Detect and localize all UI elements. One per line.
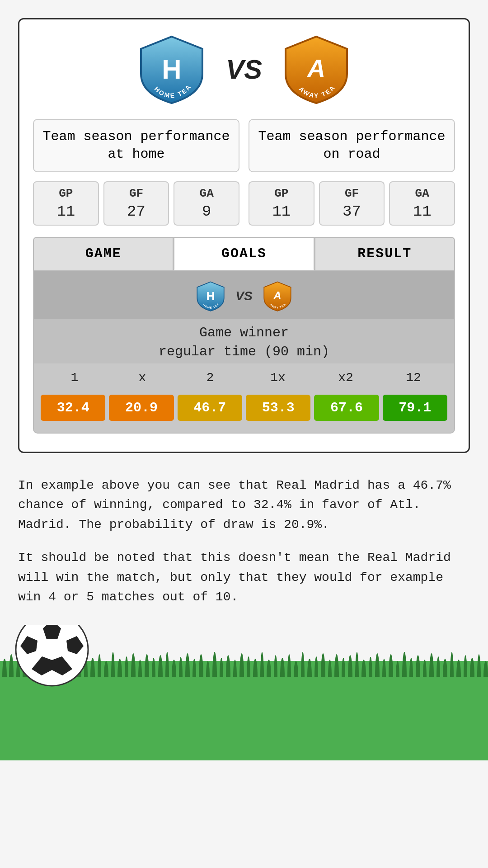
- home-ga-value: 9: [177, 203, 236, 220]
- svg-point-39: [212, 652, 217, 677]
- description: In example above you can see that Real M…: [18, 476, 470, 607]
- game-winner-line1: Game winner: [199, 325, 289, 340]
- svg-point-44: [247, 656, 250, 677]
- home-team-shield: H HOME TEAM: [136, 33, 208, 105]
- svg-point-26: [125, 656, 128, 677]
- svg-point-67: [402, 652, 407, 677]
- svg-point-29: [145, 654, 149, 677]
- svg-point-27: [131, 653, 136, 677]
- tab-game[interactable]: GAME: [33, 237, 174, 270]
- bottom-section: [0, 625, 488, 760]
- home-gf-label: GF: [107, 187, 166, 200]
- svg-point-55: [321, 653, 325, 677]
- svg-point-49: [280, 658, 285, 677]
- svg-point-64: [382, 659, 386, 677]
- svg-point-75: [456, 660, 461, 677]
- home-gp-box: GP 11: [33, 181, 99, 226]
- result-values: 32.420.946.753.367.679.1: [34, 392, 454, 424]
- svg-text:A: A: [306, 54, 325, 82]
- svg-point-42: [233, 660, 237, 677]
- svg-point-36: [192, 659, 196, 677]
- svg-point-76: [464, 655, 467, 677]
- svg-point-56: [328, 660, 332, 677]
- svg-point-38: [206, 661, 210, 677]
- svg-point-47: [267, 660, 271, 677]
- col-header-x2: x2: [312, 367, 380, 388]
- svg-point-69: [416, 655, 420, 677]
- svg-point-70: [423, 660, 427, 677]
- svg-point-62: [369, 657, 372, 677]
- svg-text:H: H: [206, 289, 215, 303]
- svg-point-8: [2, 659, 7, 677]
- away-performance-box: Team season performance on road: [249, 119, 455, 172]
- svg-point-9: [9, 654, 14, 677]
- stats-row: GP 11 GF 27 GA 9 GP 11 GF 37 GA: [33, 181, 455, 226]
- away-gf-label: GF: [322, 187, 382, 200]
- col-header-x: x: [108, 367, 176, 388]
- tab-goals[interactable]: GOALS: [174, 237, 314, 270]
- svg-point-53: [307, 659, 312, 677]
- svg-point-72: [436, 656, 440, 677]
- home-ga-label: GA: [177, 187, 236, 200]
- svg-point-40: [220, 658, 223, 677]
- svg-point-65: [389, 654, 393, 677]
- svg-point-21: [90, 658, 95, 677]
- away-team-shield: A AWAY TEAM: [280, 33, 352, 105]
- away-ga-box: GA 11: [389, 181, 455, 226]
- col-header-1: 1: [41, 367, 108, 388]
- col-header-12: 12: [380, 367, 447, 388]
- svg-point-48: [274, 655, 277, 677]
- home-ga-box: GA 9: [174, 181, 239, 226]
- svg-point-25: [117, 659, 122, 677]
- result-val-4: 67.6: [314, 395, 379, 421]
- svg-point-28: [138, 660, 142, 677]
- svg-point-79: [483, 661, 488, 677]
- away-ga-label: GA: [392, 187, 452, 200]
- tab-row: GAME GOALS RESULT: [33, 237, 455, 270]
- svg-point-34: [179, 657, 183, 677]
- away-ga-value: 11: [392, 203, 452, 220]
- result-val-5: 79.1: [383, 395, 447, 421]
- svg-point-74: [450, 652, 454, 677]
- svg-point-41: [226, 655, 230, 677]
- result-val-3: 53.3: [246, 395, 310, 421]
- svg-point-46: [260, 652, 264, 677]
- result-val-0: 32.4: [41, 395, 105, 421]
- game-panel: H HOME TEAM VS A AWAY T: [33, 270, 455, 434]
- home-gf-box: GF 27: [103, 181, 169, 226]
- svg-point-33: [172, 660, 176, 677]
- home-performance-box: Team season performance at home: [33, 119, 239, 172]
- svg-point-45: [253, 659, 258, 677]
- svg-point-43: [239, 653, 244, 677]
- tab-result[interactable]: RESULT: [314, 237, 455, 270]
- description-p2: It should be noted that this doesn't mea…: [18, 548, 470, 607]
- home-gp-value: 11: [36, 203, 96, 220]
- away-gp-label: GP: [252, 187, 311, 200]
- away-gp-box: GP 11: [249, 181, 314, 226]
- vs-label: VS: [226, 54, 262, 85]
- svg-point-57: [334, 654, 339, 677]
- svg-point-66: [396, 661, 399, 677]
- svg-point-37: [199, 654, 203, 677]
- svg-text:H: H: [162, 54, 181, 85]
- svg-point-32: [165, 652, 169, 677]
- result-val-1: 20.9: [109, 395, 174, 421]
- game-winner-line2: regular time (90 min): [159, 344, 329, 359]
- svg-point-30: [152, 658, 155, 677]
- svg-point-24: [111, 652, 115, 677]
- away-gp-value: 11: [252, 203, 311, 220]
- svg-point-54: [314, 656, 318, 677]
- svg-point-23: [104, 661, 108, 677]
- svg-point-31: [158, 655, 163, 677]
- mini-vs-label: VS: [235, 289, 252, 303]
- svg-point-35: [185, 653, 190, 677]
- description-p1: In example above you can see that Real M…: [18, 476, 470, 534]
- away-gf-value: 37: [322, 203, 382, 220]
- svg-point-59: [348, 655, 352, 677]
- mini-home-shield: H HOME TEAM: [195, 280, 226, 312]
- svg-text:A: A: [273, 289, 281, 302]
- svg-point-73: [443, 659, 447, 677]
- performance-row: Team season performance at home Team sea…: [33, 119, 455, 172]
- svg-point-71: [429, 653, 434, 677]
- col-header-1x: 1x: [244, 367, 312, 388]
